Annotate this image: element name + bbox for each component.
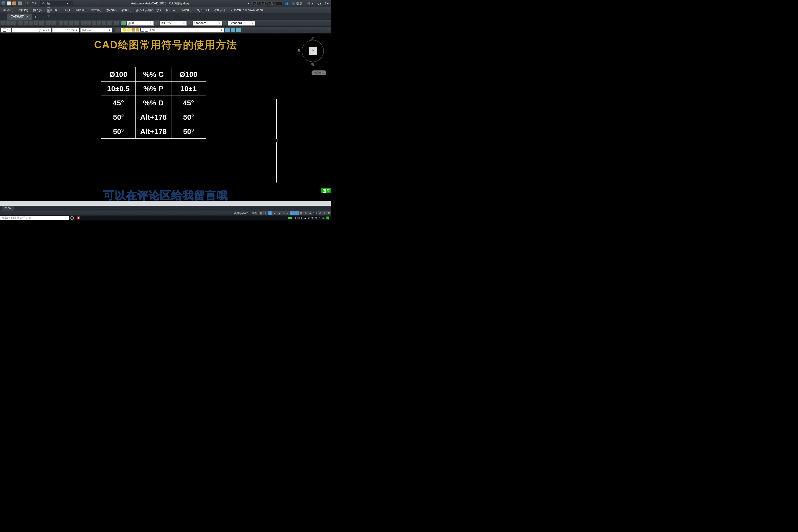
- qat-redo-icon[interactable]: ↷ ▾: [31, 1, 37, 5]
- plotcolor-dropdown[interactable]: ByColor▼: [80, 27, 112, 33]
- isodraft-icon[interactable]: ◢: [277, 211, 281, 215]
- help-icon[interactable]: ? ▾: [324, 2, 329, 5]
- tray-chevron-icon[interactable]: ^: [319, 216, 320, 220]
- tool-sheet-icon[interactable]: [92, 21, 96, 25]
- menu-edit[interactable]: 编辑(E): [1, 7, 16, 13]
- tool-copy-icon[interactable]: [24, 21, 28, 25]
- user-icon[interactable]: 👤 登录: [291, 1, 302, 6]
- dimstyle-dropdown[interactable]: ISO-25▼: [159, 21, 187, 25]
- qat-save-icon[interactable]: [1, 1, 5, 5]
- tablestyle-icon[interactable]: [223, 21, 227, 25]
- font-dropdown[interactable]: 黑体▼: [127, 21, 154, 25]
- menu-yuanquan[interactable]: 源泉设计: [211, 7, 228, 13]
- dyninput-icon[interactable]: ▭: [290, 211, 294, 215]
- color-dropdown[interactable]: ▼: [1, 27, 11, 33]
- menu-draw[interactable]: 绘图(D): [74, 7, 89, 13]
- textstyle-dropdown[interactable]: Standard▼: [193, 21, 222, 25]
- tool-pan-icon[interactable]: [59, 21, 63, 25]
- dimstyle-icon[interactable]: [154, 21, 159, 25]
- drawing-canvas[interactable]: CAD绘图常用符号的使用方法 Ø100 %% C Ø100 10±0.5 %% …: [0, 34, 331, 201]
- grid-icon[interactable]: ▦: [259, 211, 263, 215]
- layer-dropdown[interactable]: 图纸 ▼: [121, 27, 224, 33]
- layer-manager-icon[interactable]: [115, 28, 120, 32]
- layer-prev-icon[interactable]: [231, 28, 235, 32]
- tool-paste-icon[interactable]: [29, 21, 33, 25]
- layout-tab[interactable]: 布局2: [2, 206, 14, 211]
- tool-props-icon[interactable]: [81, 21, 86, 25]
- linetype-dropdown[interactable]: ByBlock▼: [12, 27, 51, 33]
- otrack-icon[interactable]: ∠: [286, 211, 290, 215]
- tool-zoom-icon[interactable]: [64, 21, 68, 25]
- menu-view[interactable]: 视图(V): [16, 7, 31, 13]
- close-icon[interactable]: ✕: [26, 15, 28, 18]
- tool-undo-icon[interactable]: [46, 21, 51, 25]
- menu-params[interactable]: 参数(P): [119, 7, 134, 13]
- infocenter-arrow-icon[interactable]: ▸: [248, 2, 249, 5]
- tool-tool-icon[interactable]: [97, 21, 101, 25]
- menu-format[interactable]: 格式(O): [44, 7, 59, 13]
- people-icon[interactable]: 👥: [285, 2, 289, 5]
- annomonitor-icon[interactable]: 人: [308, 211, 312, 215]
- tool-markup-icon[interactable]: [102, 21, 107, 25]
- tool-save-icon[interactable]: [11, 21, 16, 25]
- tray-ime[interactable]: 英: [322, 216, 325, 220]
- tool-zoomprev-icon[interactable]: [74, 21, 79, 25]
- menu-yqarch[interactable]: YQARCH: [194, 7, 211, 13]
- windows-search[interactable]: 里输入你要搜索的内容: [0, 216, 69, 220]
- textstyle-btn-icon[interactable]: [187, 21, 192, 25]
- menu-yqarch-pulldown[interactable]: YQArch Pull-down Menu: [228, 7, 265, 13]
- ime-badge[interactable]: S 英: [321, 188, 331, 193]
- status-space[interactable]: 模型: [251, 211, 259, 215]
- polar-icon[interactable]: ↙: [272, 211, 277, 215]
- taskbar-autocad-icon[interactable]: A: [75, 216, 81, 220]
- qat-new-icon[interactable]: [7, 1, 11, 5]
- viewcube-top[interactable]: 上: [309, 47, 317, 55]
- cortana-icon[interactable]: [69, 216, 75, 220]
- menu-help[interactable]: 帮助(H): [179, 7, 194, 13]
- qat-undo-icon[interactable]: ↶ ▾: [23, 1, 30, 5]
- qat-print-icon[interactable]: [18, 1, 22, 5]
- menu-yanxiu[interactable]: 燕秀工具箱2.87(Y): [134, 7, 163, 13]
- workspace-dropdown[interactable]: ⚙ 经典模式 ▾: [40, 1, 73, 6]
- view-label[interactable]: 未命名…: [311, 71, 326, 75]
- share-icon[interactable]: ◮ ▾: [317, 2, 322, 5]
- qat-open-icon[interactable]: [12, 1, 16, 5]
- textstyle-icon[interactable]: [121, 21, 126, 25]
- new-tab-button[interactable]: +: [33, 14, 38, 20]
- tool-calc-icon[interactable]: [107, 21, 112, 25]
- lineweight-dropdown[interactable]: 0.13 mm▼: [52, 27, 79, 33]
- command-line[interactable]: [0, 201, 331, 206]
- annoscale[interactable]: 1:1: [312, 212, 318, 214]
- tool-help-icon[interactable]: [114, 21, 119, 25]
- battery-icon[interactable]: [288, 217, 296, 219]
- menu-tools[interactable]: 工具(T): [59, 7, 74, 13]
- layout-add-button[interactable]: +: [15, 205, 21, 211]
- ortho-icon[interactable]: ╋: [268, 211, 272, 215]
- tool-zoomwin-icon[interactable]: [69, 21, 73, 25]
- menu-dimension[interactable]: 标注(N): [89, 7, 104, 13]
- weather-icon[interactable]: ☁: [304, 216, 307, 220]
- menu-insert[interactable]: 插入(I): [31, 7, 44, 13]
- tool-brush-icon[interactable]: [39, 21, 43, 25]
- lineweight-icon[interactable]: ≡: [294, 211, 299, 215]
- plus-icon[interactable]: +: [322, 211, 327, 215]
- tool-redo-icon[interactable]: [52, 21, 56, 25]
- tool-cut-icon[interactable]: [18, 21, 23, 25]
- cart-icon[interactable]: · 🛒 ▾: [305, 2, 314, 5]
- tool-design-icon[interactable]: [87, 21, 91, 25]
- customize-icon[interactable]: ⊞: [327, 211, 331, 215]
- layer-iso-icon[interactable]: [225, 28, 230, 32]
- menu-modify[interactable]: 修改(M): [104, 7, 119, 13]
- osnap-icon[interactable]: ◻: [281, 211, 286, 215]
- tool-open-icon[interactable]: [6, 21, 11, 25]
- workspace-icon[interactable]: ⚙: [318, 211, 322, 215]
- tablestyle-dropdown[interactable]: Standard▼: [228, 21, 255, 25]
- file-tab[interactable]: CAD教程* ✕: [7, 14, 32, 20]
- tool-match-icon[interactable]: [34, 21, 38, 25]
- tray-sogou-icon[interactable]: S: [326, 216, 329, 220]
- layer-state-icon[interactable]: [236, 28, 241, 32]
- snap-icon[interactable]: ⁞⁞: [263, 211, 267, 215]
- cycling-icon[interactable]: ⊕: [303, 211, 308, 215]
- transparency-icon[interactable]: ▧: [299, 211, 303, 215]
- menu-window[interactable]: 窗口(W): [163, 7, 179, 13]
